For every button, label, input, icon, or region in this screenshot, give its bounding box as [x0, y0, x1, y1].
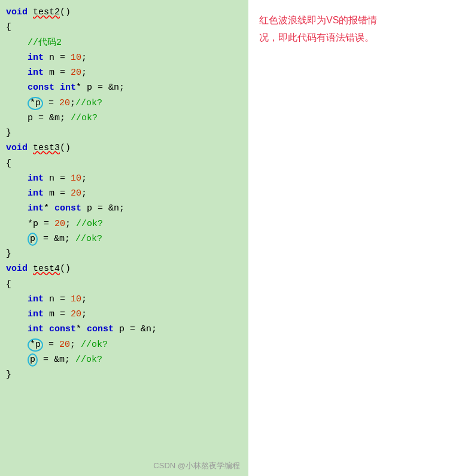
- line-brace-open-t4: {: [0, 277, 248, 292]
- annotation-panel: 红色波浪线即为VS的报错情况，即此代码有语法错误。: [248, 0, 471, 476]
- line-brace-open: {: [0, 20, 248, 35]
- line-comment2: //代码2: [0, 35, 248, 50]
- test3-name: test3: [33, 143, 60, 153]
- line-brace-close-t3: }: [0, 246, 248, 261]
- comment-ok3: //ok?: [76, 219, 103, 229]
- watermark: CSDN @小林熬夜学编程: [153, 460, 240, 471]
- line-test4-def: void test4(): [0, 261, 248, 276]
- line-int-const-p-t3: int* const p = &n;: [0, 201, 248, 216]
- annotation-text: 红色波浪线即为VS的报错情况，即此代码有语法错误。: [259, 12, 460, 47]
- num-10c: 10: [71, 294, 81, 304]
- int-kw6: int: [28, 203, 44, 213]
- line-int-m-t2: int m = 20;: [0, 65, 248, 80]
- void-kw: void: [6, 7, 28, 17]
- line-int-m-t4: int m = 20;: [0, 307, 248, 322]
- num-20e: 20: [71, 309, 81, 319]
- line-deref-p-t3: *p = 20; //ok?: [0, 216, 248, 231]
- line-p-assign-t3: p = &m; //ok?: [0, 231, 248, 246]
- const-kw4: const: [87, 324, 114, 334]
- int-kw: int: [28, 53, 44, 63]
- line-int-n-t3: int n = 10;: [0, 171, 248, 186]
- int-kw3: int: [60, 83, 76, 93]
- line-brace-close-t2: }: [0, 126, 248, 141]
- line-int-m-t3: int m = 20;: [0, 186, 248, 201]
- line-int-n-t4: int n = 10;: [0, 292, 248, 307]
- line-deref-p-t4: *p = 20; //ok?: [0, 337, 248, 352]
- line-int-const-const-p-t4: int const* const p = &n;: [0, 322, 248, 337]
- code-panel: void test2() { //代码2 int n = 10; int m =…: [0, 0, 248, 476]
- const-kw2: const: [54, 203, 81, 213]
- line-const-int-p-t2: const int* p = &n;: [0, 80, 248, 95]
- test4-section: void test4() { int n = 10; int m = 20; i…: [0, 261, 248, 382]
- test4-name: test4: [33, 264, 60, 274]
- circled-p-t3: p: [28, 233, 38, 246]
- const-kw3: const: [49, 324, 76, 334]
- int-kw5: int: [28, 188, 44, 199]
- int-kw8: int: [28, 309, 44, 319]
- num-20b: 20: [59, 98, 70, 108]
- test2-section: void test2() { //代码2 int n = 10; int m =…: [0, 5, 248, 141]
- circled-star-p-t2: *p: [28, 97, 43, 110]
- num-10b: 10: [71, 173, 81, 184]
- line-deref-p-t2: *p = 20;//ok?: [0, 96, 248, 111]
- void-kw3: void: [6, 143, 28, 153]
- num-20c: 20: [71, 188, 81, 199]
- num-20: 20: [71, 68, 81, 78]
- line-brace-close-t4: }: [0, 367, 248, 382]
- int-kw4: int: [28, 173, 44, 184]
- num-10: 10: [71, 53, 81, 63]
- comment-ok1: //ok?: [75, 98, 102, 108]
- line-p-assign-t2: p = &m; //ok?: [0, 111, 248, 126]
- int-kw7: int: [28, 294, 44, 304]
- int-kw2: int: [28, 68, 44, 78]
- comment-ok5: //ok?: [81, 340, 108, 350]
- circled-star-p-t4: *p: [28, 338, 43, 352]
- void-kw4: void: [6, 264, 28, 274]
- test3-section: void test3() { int n = 10; int m = 20; i…: [0, 141, 248, 261]
- line-p-assign-t4: p = &m; //ok?: [0, 352, 248, 367]
- int-kw9: int: [28, 324, 44, 334]
- comment-ok2: //ok?: [71, 113, 98, 123]
- const-kw: const: [28, 83, 54, 93]
- comment-code2: //代码2: [6, 38, 62, 48]
- comment-ok4: //ok?: [75, 234, 102, 244]
- line-brace-open-t3: {: [0, 156, 248, 171]
- comment-ok6: //ok?: [75, 355, 102, 365]
- circled-p-t4: p: [28, 353, 38, 367]
- line-int-n-t2: int n = 10;: [0, 50, 248, 65]
- line-test2-def: void test2(): [0, 5, 248, 20]
- line-test3-def: void test3(): [0, 141, 248, 155]
- num-20d: 20: [54, 219, 65, 229]
- test2-name: test2: [33, 7, 60, 17]
- num-20f: 20: [59, 340, 70, 350]
